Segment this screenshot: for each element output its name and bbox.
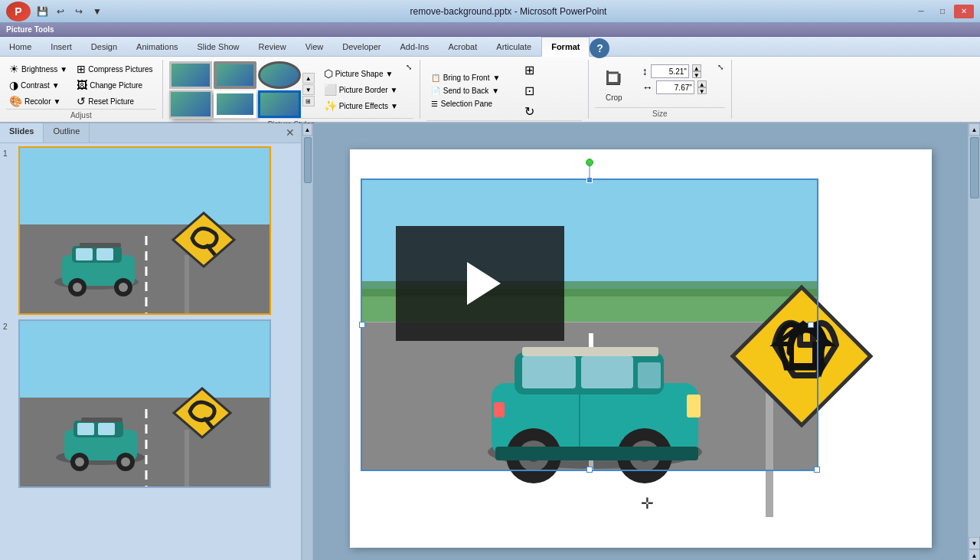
slide-2-number: 2	[3, 319, 15, 331]
size-expand[interactable]: ⤡	[716, 61, 725, 73]
send-to-back-button[interactable]: 📄 Send to Back ▼	[426, 85, 518, 97]
play-button-icon[interactable]	[467, 262, 501, 305]
picture-shape-button[interactable]: ⬡ Picture Shape ▼	[321, 66, 401, 81]
height-input[interactable]	[651, 64, 689, 78]
slide-canvas[interactable]: ✛	[350, 149, 932, 548]
office-button[interactable]: P	[6, 2, 31, 21]
sidebar-close-button[interactable]: ✕	[279, 123, 301, 142]
scrollbar-up-button[interactable]: ▲	[302, 123, 312, 136]
tab-addins[interactable]: Add-Ins	[390, 37, 439, 56]
svg-rect-32	[77, 423, 94, 435]
right-scroll-down[interactable]: ▼	[969, 537, 980, 549]
tab-acrobat[interactable]: Acrobat	[439, 37, 487, 56]
slide-1-number: 1	[3, 146, 15, 158]
height-label: ↕	[642, 65, 648, 77]
picture-shape-icon: ⬡	[324, 67, 333, 80]
crop-button[interactable]: Crop	[595, 61, 633, 107]
selection-pane-button[interactable]: ☰ Selection Pane	[426, 98, 518, 110]
right-scroll-track[interactable]	[969, 136, 980, 537]
help-button[interactable]: ?	[590, 38, 609, 58]
right-scroll-thumb[interactable]	[970, 137, 979, 198]
svg-point-19	[73, 283, 82, 292]
send-back-dropdown[interactable]: ▼	[492, 87, 499, 95]
gallery-scroll: ▲ ▼ ⊞	[302, 73, 315, 106]
tab-animations[interactable]: Animations	[127, 37, 188, 56]
tab-format[interactable]: Format	[541, 37, 590, 57]
picture-shape-dropdown[interactable]: ▼	[385, 70, 393, 78]
video-overlay[interactable]	[396, 226, 564, 341]
customize-qa-button[interactable]: ▼	[89, 3, 106, 20]
right-scroll-up[interactable]: ▲	[969, 123, 980, 136]
slide-2-thumb[interactable]	[18, 319, 271, 488]
tab-articulate[interactable]: Articulate	[487, 37, 541, 56]
tab-review[interactable]: Review	[250, 37, 296, 56]
close-button[interactable]: ✕	[954, 5, 974, 18]
slides-panel: 1	[0, 143, 301, 560]
width-up-button[interactable]: ▲	[697, 80, 707, 87]
slide-1-thumb[interactable]	[18, 146, 271, 315]
scrollbar-track[interactable]	[302, 136, 312, 560]
sidebar-tabs: Slides Outline ✕	[0, 123, 301, 143]
gallery-expand-button[interactable]: ⊞	[302, 96, 315, 106]
recolor-icon: 🎨	[9, 95, 22, 107]
change-picture-button[interactable]: 🖼 Change Picture	[74, 77, 155, 93]
arrange-group: 📋 Bring to Front ▼ 📄 Send to Back ▼ ☰ Se…	[420, 60, 589, 119]
style-item-6[interactable]	[258, 90, 301, 118]
undo-button[interactable]: ↩	[52, 3, 69, 20]
bring-front-dropdown[interactable]: ▼	[492, 74, 500, 82]
picture-border-button[interactable]: ⬜ Picture Border ▼	[321, 82, 401, 97]
height-up-button[interactable]: ▲	[692, 64, 701, 71]
style-item-5[interactable]	[214, 90, 256, 118]
tab-design[interactable]: Design	[82, 37, 127, 56]
group-button[interactable]: ⊡	[521, 82, 537, 100]
style-item-1[interactable]	[169, 61, 212, 89]
tab-slideshow[interactable]: Slide Show	[188, 37, 250, 56]
picture-effects-dropdown[interactable]: ▼	[390, 102, 398, 110]
send-back-icon: 📄	[431, 87, 440, 95]
recolor-dropdown-icon[interactable]: ▼	[53, 97, 60, 106]
contrast-icon: ◑	[9, 79, 18, 91]
right-scroll-up2[interactable]: ▲	[969, 549, 980, 560]
ribbon-tabs: Home Insert Design Animations Slide Show…	[0, 37, 980, 57]
contrast-button[interactable]: ◑ Contrast ▼	[6, 77, 70, 93]
width-row: ↔ ▲ ▼	[642, 80, 707, 94]
gallery-up-button[interactable]: ▲	[302, 73, 315, 84]
minimize-button[interactable]: ─	[911, 5, 931, 18]
tab-insert[interactable]: Insert	[41, 37, 82, 56]
bring-to-front-button[interactable]: 📋 Bring to Front ▼	[426, 72, 518, 84]
compress-pictures-button[interactable]: ⊞ Compress Pictures	[74, 61, 155, 77]
recolor-button[interactable]: 🎨 Recolor ▼	[6, 93, 70, 109]
brightness-button[interactable]: ☀ Brightness ▼	[6, 61, 70, 77]
height-down-button[interactable]: ▼	[692, 71, 701, 78]
change-picture-icon: 🖼	[77, 79, 87, 91]
tab-developer[interactable]: Developer	[333, 37, 390, 56]
tab-outline[interactable]: Outline	[44, 123, 90, 142]
reset-picture-button[interactable]: ↺ Reset Picture	[74, 93, 155, 109]
style-item-4[interactable]	[169, 90, 212, 118]
main-area: Slides Outline ✕ 1	[0, 123, 980, 560]
width-down-button[interactable]: ▼	[697, 87, 707, 94]
svg-point-35	[75, 457, 84, 467]
maximize-button[interactable]: □	[933, 5, 952, 18]
scrollbar-thumb[interactable]	[304, 137, 312, 183]
gallery-down-button[interactable]: ▼	[302, 84, 315, 95]
picture-border-dropdown[interactable]: ▼	[390, 86, 398, 94]
rotate-button[interactable]: ↻	[521, 103, 537, 120]
save-button[interactable]: 💾	[34, 3, 51, 20]
picture-styles-expand[interactable]: ⤡	[404, 61, 413, 73]
gallery-section: ▲ ▼ ⊞	[169, 61, 315, 118]
redo-button[interactable]: ↪	[70, 3, 87, 20]
tab-home[interactable]: Home	[0, 37, 41, 56]
picture-effects-button[interactable]: ✨ Picture Effects ▼	[321, 98, 401, 113]
width-input[interactable]	[656, 80, 694, 94]
style-item-3[interactable]	[258, 61, 301, 89]
brightness-dropdown-icon[interactable]: ▼	[60, 65, 67, 74]
svg-rect-38	[81, 418, 122, 422]
group-icon: ⊡	[524, 84, 534, 98]
tab-view[interactable]: View	[296, 37, 334, 56]
contrast-dropdown-icon[interactable]: ▼	[52, 81, 60, 90]
tab-slides[interactable]: Slides	[0, 123, 44, 142]
style-item-2[interactable]	[214, 61, 256, 89]
picture-tools-label: Picture Tools	[6, 25, 54, 34]
align-button[interactable]: ⊞	[521, 61, 537, 79]
